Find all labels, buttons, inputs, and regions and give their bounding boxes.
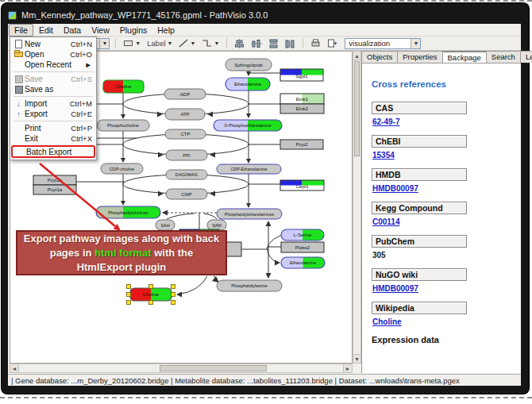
pathway-node-phosphatidylserine[interactable]: Phosphatidylserine [217, 280, 282, 291]
pathway-node-ptdss2[interactable]: Ptdss2 [281, 242, 324, 252]
pathway-node[interactable] [226, 242, 241, 256]
pathway-node-pcyt2[interactable]: Pcyt2 [280, 140, 323, 149]
tab-search[interactable]: Search [487, 51, 521, 63]
tab-properties[interactable]: Properties [398, 51, 442, 63]
rectangle-shape-icon [123, 39, 133, 48]
callout-line3: HtmlExport plugin [77, 260, 167, 275]
distribute-horizontal-button[interactable] [283, 37, 297, 49]
menubar-item-plugins[interactable]: Plugins [115, 25, 152, 36]
pathway-node-phosphocholine[interactable]: Phosphocholine [97, 120, 149, 131]
vertical-scroll-thumb[interactable] [354, 61, 360, 156]
line-tool-dropdown[interactable]: ▼ [177, 37, 197, 49]
pathway-node-phosphatidylethanolamines[interactable]: Phosphatidylethanolamines [217, 209, 282, 219]
pathway-node-sphingolipids[interactable]: Sphingolipids [226, 59, 272, 71]
pathway-node-sgpl1[interactable]: Sgpl1 [280, 69, 323, 81]
pathway-node-l-serine[interactable]: L-Serine [281, 229, 324, 240]
selection-handle[interactable] [127, 293, 131, 297]
file-menu-item-import[interactable]: ↓ImportCtrl+M [11, 98, 95, 109]
pathway-node-sam[interactable]: SAM [207, 220, 226, 230]
file-menu-item-print[interactable]: PrintCtrl+P [11, 123, 95, 133]
file-menu-item-save-as[interactable]: Save as [11, 84, 95, 94]
xref-link[interactable]: 15354 [372, 151, 395, 160]
distribute-vertical-button[interactable] [267, 37, 280, 49]
xref-link[interactable]: Choline [372, 317, 402, 326]
pathway-node-ethanolamine[interactable]: Ethanolamine [281, 257, 325, 268]
file-menu-item-open-recent[interactable]: Open Recent► [11, 60, 95, 70]
selection-handle[interactable] [172, 301, 175, 305]
pathway-node-ethanolamine[interactable]: Ethanolamine [226, 78, 270, 90]
file-menu-item-exit[interactable]: ExitCtrl+X [11, 133, 95, 144]
svg-text:Phosphatidylethanolamines: Phosphatidylethanolamines [225, 212, 275, 217]
scroll-right-icon[interactable]: ► [343, 364, 352, 372]
file-menu-item-new[interactable]: NewCtrl+N [11, 39, 95, 49]
xref-link[interactable]: HMDB00097 [372, 284, 418, 293]
pathway-node-adp[interactable]: ADP [164, 89, 206, 99]
pathway-node-cmp[interactable]: CMP [166, 189, 207, 199]
print-button[interactable] [309, 37, 322, 49]
canvas-vertical-scrollbar[interactable]: ▲ ▼ [353, 51, 361, 364]
pathway-node-pcyt1b[interactable]: Pcyt1b [33, 175, 76, 185]
connector-tool-dropdown[interactable]: ▼ [200, 37, 221, 49]
pathway-node-sah[interactable]: SAH [156, 220, 175, 230]
label-tool-dropdown[interactable]: Label ▼ [145, 37, 174, 49]
pathway-node-etnk1[interactable]: Etnk1 [280, 94, 324, 104]
selection-handle[interactable] [127, 301, 131, 305]
menu-item-shortcut: Ctrl+P [66, 124, 92, 133]
pathway-node-phosphatidylcholines[interactable]: Phosphatidylcholines [96, 206, 160, 218]
pathway-node-cdp-choline[interactable]: CDP-choline [101, 164, 143, 174]
svg-text:Choline: Choline [143, 292, 160, 297]
export-image-button[interactable] [326, 37, 338, 49]
file-menu-item-open[interactable]: OpenCtrl+O [11, 49, 95, 60]
annotation-callout: Export pathway images along with back pa… [16, 230, 227, 275]
selection-handle[interactable] [127, 285, 131, 289]
chevron-down-icon[interactable]: ▼ [411, 39, 420, 48]
pathway-node-choline[interactable]: Choline [103, 80, 144, 93]
horizontal-scroll-thumb[interactable] [160, 365, 267, 371]
pathway-node-etnk2[interactable]: Etnk2 [280, 104, 324, 114]
menubar-item-view[interactable]: View [87, 25, 114, 36]
selection-handle[interactable] [172, 293, 175, 297]
expression-data-heading: Expression data [372, 335, 521, 344]
pathway-node-dag-mag[interactable]: DAG/MAG [166, 170, 207, 179]
xref-section-header: Wikipedia [372, 302, 467, 314]
shape-tool-dropdown[interactable]: ▼ [121, 37, 142, 49]
visualization-value: visualization [345, 39, 411, 48]
scroll-left-icon[interactable]: ◄ [10, 364, 19, 372]
file-menu-item-export[interactable]: ↑ExportCtrl+E [11, 109, 95, 119]
menubar-item-edit[interactable]: Edit [34, 25, 58, 36]
tab-backpage[interactable]: Backpage [443, 51, 487, 63]
visualization-combobox[interactable]: visualization ▼ [345, 38, 421, 49]
canvas-horizontal-scrollbar[interactable]: ◄ ► [10, 364, 353, 373]
menubar-item-help[interactable]: Help [152, 25, 179, 36]
scroll-down-icon[interactable]: ▼ [353, 354, 360, 363]
pathway-node-o-phosphoethanolamine[interactable]: O-Phosphoethanolamine [214, 120, 282, 131]
align-center-button[interactable] [233, 37, 246, 49]
pathway-node-cept1[interactable]: Cept1 [280, 180, 324, 190]
selection-handle[interactable] [149, 301, 153, 305]
file-menu-item-save[interactable]: SaveCtrl+S [11, 74, 95, 84]
title-bar[interactable]: Mm_Kennedy_pathway_WP1771_45176.gpml - P… [8, 8, 522, 22]
xref-link[interactable]: C00114 [372, 217, 399, 226]
menu-separator [13, 71, 93, 72]
menu-item-label: Exit [25, 134, 66, 143]
distribute-vertical-icon [268, 39, 279, 48]
selection-handle[interactable] [172, 285, 175, 289]
pathway-node-ppi[interactable]: PPi [166, 150, 207, 160]
tab-objects[interactable]: Objects [362, 51, 398, 63]
svg-text:CMP: CMP [181, 192, 191, 197]
align-middle-button[interactable] [249, 37, 264, 49]
xref-link[interactable]: 62-49-7 [372, 117, 399, 126]
scroll-up-icon[interactable]: ▲ [353, 52, 360, 60]
xref-link[interactable]: HMDB00097 [372, 184, 418, 193]
pathway-node-pcyt1a[interactable]: Pcyt1a [33, 185, 76, 194]
pathway-node-ctp[interactable]: CTP [165, 129, 206, 139]
file-menu-item-batch-export[interactable]: Batch Export [11, 145, 95, 158]
selection-handle[interactable] [149, 285, 153, 289]
chevron-down-icon[interactable]: ▼ [99, 39, 109, 48]
pathway-node-choline[interactable]: Choline [127, 285, 175, 305]
menubar-item-file[interactable]: File [9, 24, 33, 37]
menubar-item-data[interactable]: Data [59, 25, 86, 36]
pathway-node-atp[interactable]: ATP [165, 109, 205, 120]
tab-legend[interactable]: Legend [521, 51, 532, 63]
pathway-node-cdp-ethanolamine[interactable]: CDP-Ethanolamine [217, 164, 281, 174]
